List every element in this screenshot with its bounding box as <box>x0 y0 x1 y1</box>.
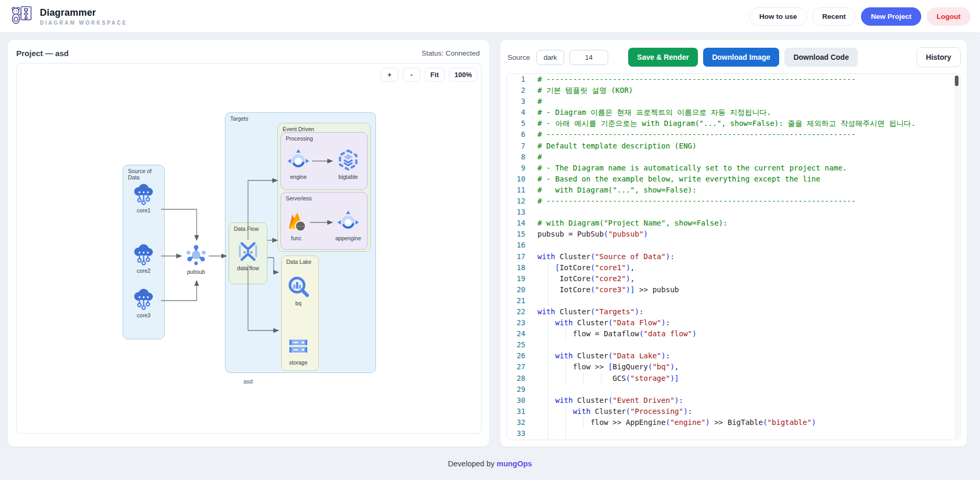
line-number: 14 <box>507 218 532 229</box>
line-number: 9 <box>507 163 532 174</box>
code-line[interactable]: 26 with Cluster("Data Lake"): <box>507 350 960 361</box>
line-number: 25 <box>507 339 532 350</box>
bear-diagram-logo-icon <box>9 3 34 29</box>
code-line[interactable]: 2 # 기본 템플릿 설명 (KOR) <box>507 85 960 96</box>
code-line[interactable]: 4 # - Diagram 이름은 현재 프로젝트의 이름으로 자동 지정됩니다… <box>507 107 960 118</box>
code-line[interactable]: 10 # - Based on the example below, write… <box>507 174 960 185</box>
code-line[interactable]: 18 [IotCore("core1"), <box>507 262 960 273</box>
zoom-fit-button[interactable]: Fit <box>425 68 445 82</box>
zoom-level-button[interactable]: 100% <box>449 68 478 82</box>
code-line[interactable]: 20 IotCore("core3")] >> pubsub <box>507 284 960 295</box>
line-number: 28 <box>507 373 532 384</box>
new-project-button[interactable]: New Project <box>861 7 921 26</box>
code-line[interactable]: 12 # -----------------------------------… <box>507 196 960 207</box>
diagram-node-core2: core2 <box>122 241 166 274</box>
source-panel: Source dark Save & Render Download Image… <box>500 39 967 447</box>
code-editor[interactable]: 1 # ------------------------------------… <box>507 73 961 440</box>
diagram-name-label: asd <box>243 378 253 385</box>
code-line[interactable]: 24 flow = Dataflow("data flow") <box>507 328 960 339</box>
editor-scrollbar[interactable] <box>954 74 960 439</box>
code-line[interactable]: 8 # <box>507 152 960 163</box>
code-line[interactable]: 28 GCS("storage")] <box>507 373 960 384</box>
mungops-link[interactable]: mungOps <box>497 460 532 468</box>
download-code-button[interactable]: Download Code <box>784 48 858 67</box>
line-number: 26 <box>507 350 532 361</box>
app-title: Diagrammer <box>40 7 127 18</box>
code-line[interactable]: 7 # Default template description (ENG) <box>507 141 960 152</box>
line-number: 32 <box>507 417 532 428</box>
zoom-out-button[interactable]: - <box>403 68 421 82</box>
code-line[interactable]: 5 # - 아래 예시를 기준으로는 with Diagram("...", s… <box>507 118 960 129</box>
diagram-node-storage: storage <box>276 333 320 366</box>
project-title: Project — asd <box>16 49 69 58</box>
line-number: 11 <box>507 185 532 196</box>
zoom-in-button[interactable]: + <box>381 68 399 82</box>
code-line[interactable]: 31 with Cluster("Processing"): <box>507 406 960 417</box>
svg-text:(···): (···) <box>295 224 307 229</box>
code-line[interactable]: 29 <box>507 384 960 395</box>
line-number: 27 <box>507 361 532 372</box>
code-line[interactable]: 23 with Cluster("Data Flow"): <box>507 317 960 328</box>
footer-text: Developed by <box>448 460 494 468</box>
code-line[interactable]: 30 with Cluster("Event Driven"): <box>507 395 960 406</box>
code-line[interactable]: 21 <box>507 295 960 306</box>
editor-scrollbar-thumb[interactable] <box>955 76 959 86</box>
font-size-input[interactable] <box>569 50 608 65</box>
code-line[interactable]: 27 flow >> [BigQuery("bq"), <box>507 361 960 372</box>
code-line[interactable]: 25 <box>507 339 960 350</box>
diagram-node-core1: core1 <box>122 181 166 214</box>
app-subtitle: DIAGRAM WORKSPACE <box>40 20 127 26</box>
line-number: 29 <box>507 384 532 395</box>
diagram-panel: Project — asd Status: Connected + - Fit … <box>7 39 490 447</box>
theme-select[interactable]: dark <box>536 50 564 65</box>
code-line[interactable]: 15 pubsub = PubSub("pubsub") <box>507 229 960 240</box>
line-number: 24 <box>507 328 532 339</box>
code-line[interactable]: 32 flow >> AppEngine("engine") >> BigTab… <box>507 417 960 428</box>
code-line[interactable]: 11 # with Diagram("...", show=False): <box>507 185 960 196</box>
how-to-use-button[interactable]: How to use <box>749 7 807 26</box>
diagram-node-bigtable: bigtable <box>326 147 370 180</box>
line-number: 8 <box>507 152 532 163</box>
editor-toolbar: Source dark Save & Render Download Image… <box>500 40 967 73</box>
line-number: 2 <box>507 85 532 96</box>
line-number: 13 <box>507 207 532 218</box>
diagram-node-func: (···) func <box>274 209 318 241</box>
app-header: Diagrammer DIAGRAM WORKSPACE How to use … <box>0 0 980 33</box>
line-number: 5 <box>507 118 532 129</box>
code-line[interactable]: 19 IotCore("core2"), <box>507 273 960 284</box>
logout-button[interactable]: Logout <box>927 7 971 26</box>
line-number: 17 <box>507 251 532 262</box>
page-footer: Developed by mungOps <box>0 447 980 468</box>
line-number: 7 <box>507 141 532 152</box>
diagram-canvas[interactable]: + - Fit 100% Source of Data Targets Even… <box>16 63 482 434</box>
line-number: 15 <box>507 229 532 240</box>
recent-button[interactable]: Recent <box>812 7 856 26</box>
line-number: 1 <box>507 74 532 85</box>
line-number: 22 <box>507 306 532 317</box>
line-number: 4 <box>507 107 532 118</box>
line-number: 10 <box>507 174 532 185</box>
code-line[interactable]: 13 <box>507 207 960 218</box>
code-line[interactable]: 16 <box>507 240 960 251</box>
history-button[interactable]: History <box>917 47 961 67</box>
save-render-button[interactable]: Save & Render <box>628 48 698 67</box>
line-number: 33 <box>507 428 532 439</box>
code-line[interactable]: 33 <box>507 428 960 439</box>
diagram-node-pubsub: pubsub <box>174 242 218 275</box>
code-line[interactable]: 14 # with Diagram("Project Name", show=F… <box>507 218 960 229</box>
zoom-controls: + - Fit 100% <box>381 68 478 82</box>
code-line[interactable]: 6 # ------------------------------------… <box>507 129 960 140</box>
code-line[interactable]: 17 with Cluster("Source of Data"): <box>507 251 960 262</box>
line-number: 30 <box>507 395 532 406</box>
line-number: 3 <box>507 96 532 107</box>
code-line[interactable]: 3 # <box>507 96 960 107</box>
code-line[interactable]: 1 # ------------------------------------… <box>507 74 960 85</box>
connection-status: Status: Connected <box>422 49 480 57</box>
line-number: 18 <box>507 262 532 273</box>
code-line[interactable]: 22 with Cluster("Targets"): <box>507 306 960 317</box>
code-line[interactable]: 9 # - The Diagram name is automatically … <box>507 163 960 174</box>
diagram-node-engine: engine <box>276 147 320 180</box>
download-image-button[interactable]: Download Image <box>703 48 779 67</box>
line-number: 19 <box>507 273 532 284</box>
line-number: 31 <box>507 406 532 417</box>
